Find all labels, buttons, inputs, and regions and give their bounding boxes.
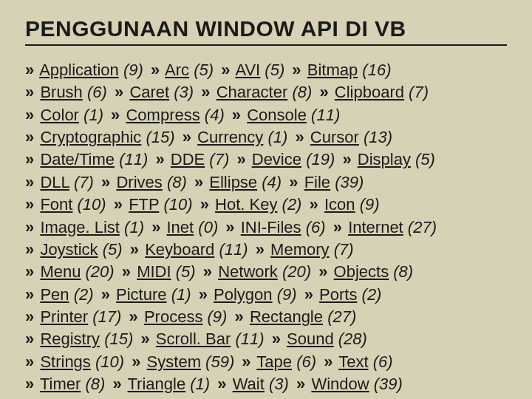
separator-icon: »	[115, 83, 123, 101]
separator-icon: »	[333, 218, 342, 236]
category-link[interactable]: Character	[216, 83, 288, 101]
category-link[interactable]: Process	[144, 307, 202, 326]
category-link[interactable]: Scroll. Bar	[156, 330, 231, 348]
category-link[interactable]: Hot. Key	[215, 195, 277, 214]
slide: PENGGUNAAN WINDOW API DI VB » Applicatio…	[0, 0, 532, 399]
separator-icon: »	[25, 61, 34, 79]
category-link[interactable]: Compress	[126, 106, 200, 124]
category-count: (2)	[282, 195, 302, 214]
separator-icon: »	[132, 352, 140, 371]
category-count: (11)	[311, 106, 340, 124]
separator-icon: »	[25, 173, 34, 191]
separator-icon: »	[25, 195, 34, 214]
category-row: » Cryptographic (15) » Currency (1) » Cu…	[25, 126, 507, 149]
category-count: (10)	[95, 352, 124, 371]
separator-icon: »	[25, 83, 34, 101]
category-link[interactable]: Caret	[129, 83, 169, 101]
category-link[interactable]: Cryptographic	[40, 128, 141, 146]
category-count: (6)	[373, 352, 393, 371]
separator-icon: »	[25, 352, 34, 371]
category-count: (11)	[235, 330, 264, 348]
category-link[interactable]: Ports	[319, 285, 357, 304]
category-link[interactable]: Keyboard	[145, 240, 214, 259]
separator-icon: »	[101, 173, 110, 191]
page-title: PENGGUNAAN WINDOW API DI VB	[25, 16, 507, 46]
category-link[interactable]: Strings	[40, 352, 90, 371]
separator-icon: »	[140, 330, 149, 348]
category-link[interactable]: Icon	[324, 195, 355, 214]
separator-icon: »	[272, 330, 281, 348]
category-link[interactable]: Image. List	[40, 218, 120, 236]
category-link[interactable]: Arc	[165, 61, 189, 79]
separator-icon: »	[217, 375, 226, 393]
separator-icon: »	[25, 262, 34, 281]
category-link[interactable]: Drives	[116, 173, 162, 191]
category-link[interactable]: Timer	[40, 375, 81, 393]
separator-icon: »	[25, 218, 34, 236]
category-link[interactable]: Triangle	[127, 375, 185, 393]
category-count: (2)	[74, 285, 94, 304]
category-count: (1)	[124, 218, 144, 236]
category-link[interactable]: Ellipse	[209, 173, 257, 191]
separator-icon: »	[304, 285, 313, 304]
category-row: » Printer (17) » Process (9) » Rectangle…	[25, 306, 507, 328]
category-link[interactable]: Brush	[40, 83, 82, 101]
category-link[interactable]: Menu	[40, 262, 81, 281]
category-count: (20)	[282, 262, 311, 281]
category-count: (7)	[409, 83, 429, 101]
category-link[interactable]: System	[147, 352, 201, 371]
category-row: » Pen (2) » Picture (1) » Polygon (9) » …	[25, 284, 507, 306]
category-link[interactable]: Clipboard	[335, 83, 404, 101]
category-link[interactable]: File	[304, 173, 330, 191]
category-link[interactable]: Internet	[348, 218, 403, 236]
category-link[interactable]: DLL	[40, 173, 69, 191]
category-link[interactable]: Printer	[40, 307, 88, 326]
category-row: » Timer (8) » Triangle (1) » Wait (3) » …	[25, 373, 507, 395]
separator-icon: »	[129, 307, 138, 326]
category-link[interactable]: Inet	[167, 218, 194, 236]
category-link[interactable]: Bitmap	[307, 61, 358, 79]
category-link[interactable]: Date/Time	[40, 150, 115, 168]
category-row: » Font (10) » FTP (10) » Hot. Key (2) » …	[25, 194, 507, 216]
category-link[interactable]: Display	[358, 150, 411, 168]
category-link[interactable]: Device	[252, 150, 301, 168]
category-count: (15)	[146, 128, 174, 146]
category-link[interactable]: MIDI	[137, 262, 171, 281]
category-link[interactable]: Picture	[116, 285, 166, 304]
category-link[interactable]: Application	[39, 61, 119, 79]
category-link[interactable]: AVI	[235, 61, 260, 79]
category-link[interactable]: Pen	[40, 285, 69, 304]
category-link[interactable]: Objects	[334, 262, 389, 281]
category-link[interactable]: Registry	[40, 330, 100, 348]
category-link[interactable]: FTP	[129, 195, 159, 214]
category-row: » Strings (10) » System (59) » Tape (6) …	[25, 351, 507, 373]
category-link[interactable]: Console	[247, 106, 307, 124]
category-link[interactable]: Rectangle	[250, 307, 323, 326]
category-link[interactable]: Color	[40, 106, 79, 124]
category-link[interactable]: Polygon	[214, 285, 273, 304]
separator-icon: »	[256, 240, 265, 259]
category-link[interactable]: Tape	[256, 352, 292, 371]
category-count: (7)	[334, 240, 354, 259]
category-link[interactable]: Currency	[197, 128, 263, 146]
category-link[interactable]: Network	[218, 262, 278, 281]
category-link[interactable]: Cursor	[310, 128, 359, 146]
category-link[interactable]: Text	[338, 352, 368, 371]
category-link[interactable]: DDE	[171, 150, 205, 168]
separator-icon: »	[25, 285, 34, 304]
separator-icon: »	[25, 375, 34, 393]
category-link[interactable]: Window	[311, 375, 369, 393]
category-count: (8)	[292, 83, 312, 101]
category-link[interactable]: Memory	[270, 240, 329, 259]
category-link[interactable]: INI-Files	[241, 218, 301, 236]
category-link[interactable]: Wait	[233, 375, 265, 393]
category-count: (4)	[205, 106, 225, 124]
separator-icon: »	[292, 61, 301, 79]
category-link[interactable]: Font	[40, 195, 72, 214]
category-link[interactable]: Joystick	[40, 240, 98, 259]
category-count: (9)	[277, 285, 297, 304]
category-count: (59)	[205, 352, 234, 371]
category-link[interactable]: Sound	[287, 330, 334, 348]
category-count: (10)	[163, 195, 192, 214]
category-row: » Registry (15) » Scroll. Bar (11) » Sou…	[25, 328, 507, 350]
